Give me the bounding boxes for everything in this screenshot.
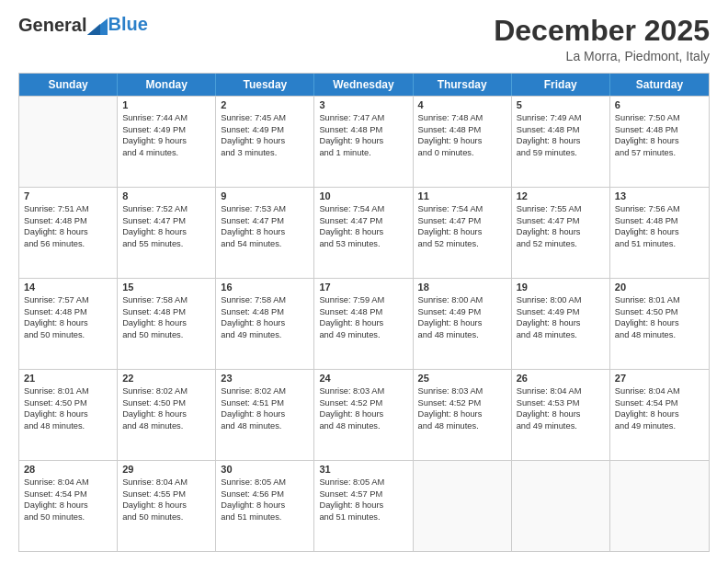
sunset-line: Sunset: 4:48 PM — [517, 124, 605, 136]
daylight2-line: and 48 minutes. — [221, 420, 309, 432]
daylight-line: Daylight: 8 hours — [24, 317, 112, 329]
day-number: 19 — [517, 282, 605, 293]
sunset-line: Sunset: 4:57 PM — [319, 488, 407, 500]
daylight2-line: and 48 minutes. — [517, 329, 605, 341]
sunset-line: Sunset: 4:56 PM — [221, 488, 309, 500]
day-number: 6 — [615, 99, 704, 110]
sunset-line: Sunset: 4:49 PM — [517, 306, 605, 318]
sunset-line: Sunset: 4:49 PM — [418, 306, 506, 318]
daylight2-line: and 51 minutes. — [615, 238, 704, 250]
sunset-line: Sunset: 4:48 PM — [221, 306, 309, 318]
sunrise-line: Sunrise: 8:04 AM — [517, 385, 605, 397]
daylight2-line: and 48 minutes. — [418, 329, 506, 341]
header-day-saturday: Saturday — [610, 74, 709, 96]
daylight-line: Daylight: 8 hours — [319, 500, 407, 511]
day-number: 23 — [221, 373, 309, 384]
calendar-cell-1-2: 9Sunrise: 7:53 AMSunset: 4:47 PMDaylight… — [216, 188, 314, 278]
day-number: 14 — [24, 282, 112, 293]
calendar-cell-2-1: 15Sunrise: 7:58 AMSunset: 4:48 PMDayligh… — [118, 279, 216, 369]
day-number: 26 — [517, 373, 605, 384]
sunrise-line: Sunrise: 7:47 AM — [319, 112, 407, 124]
daylight2-line: and 48 minutes. — [122, 420, 210, 432]
day-number: 27 — [615, 373, 704, 384]
calendar-title: December 2025 — [494, 15, 710, 47]
sunset-line: Sunset: 4:47 PM — [122, 215, 210, 227]
daylight2-line: and 50 minutes. — [122, 511, 210, 523]
sunrise-line: Sunrise: 7:50 AM — [615, 112, 704, 124]
calendar-row-2: 14Sunrise: 7:57 AMSunset: 4:48 PMDayligh… — [19, 278, 709, 369]
sunset-line: Sunset: 4:52 PM — [418, 397, 506, 409]
title-block: December 2025 La Morra, Piedmont, Italy — [494, 15, 710, 63]
sunset-line: Sunset: 4:49 PM — [122, 124, 210, 136]
daylight-line: Daylight: 8 hours — [418, 317, 506, 329]
daylight2-line: and 3 minutes. — [221, 147, 309, 159]
calendar-cell-4-6 — [610, 461, 709, 551]
calendar-cell-2-5: 19Sunrise: 8:00 AMSunset: 4:49 PMDayligh… — [512, 279, 610, 369]
day-number: 1 — [122, 99, 210, 110]
calendar-cell-3-4: 25Sunrise: 8:03 AMSunset: 4:52 PMDayligh… — [414, 370, 512, 460]
daylight-line: Daylight: 9 hours — [221, 135, 309, 147]
page: General Blue December 2025 La Morra, Pie… — [0, 0, 728, 563]
daylight2-line: and 53 minutes. — [319, 238, 407, 250]
sunset-line: Sunset: 4:47 PM — [418, 215, 506, 227]
day-number: 13 — [615, 190, 704, 201]
day-number: 31 — [319, 464, 407, 475]
calendar-cell-3-6: 27Sunrise: 8:04 AMSunset: 4:54 PMDayligh… — [610, 370, 709, 460]
sunrise-line: Sunrise: 8:02 AM — [221, 385, 309, 397]
daylight2-line: and 48 minutes. — [319, 420, 407, 432]
calendar-cell-4-2: 30Sunrise: 8:05 AMSunset: 4:56 PMDayligh… — [216, 461, 314, 551]
calendar-cell-0-6: 6Sunrise: 7:50 AMSunset: 4:48 PMDaylight… — [610, 97, 709, 187]
day-number: 9 — [221, 190, 309, 201]
day-number: 3 — [319, 99, 407, 110]
daylight2-line: and 56 minutes. — [24, 238, 112, 250]
daylight-line: Daylight: 8 hours — [24, 226, 112, 238]
sunrise-line: Sunrise: 8:00 AM — [418, 294, 506, 306]
daylight-line: Daylight: 8 hours — [24, 500, 112, 511]
day-number: 10 — [319, 190, 407, 201]
sunrise-line: Sunrise: 7:58 AM — [221, 294, 309, 306]
calendar-cell-4-0: 28Sunrise: 8:04 AMSunset: 4:54 PMDayligh… — [19, 461, 118, 551]
daylight-line: Daylight: 8 hours — [319, 408, 407, 420]
sunrise-line: Sunrise: 7:45 AM — [221, 112, 309, 124]
day-number: 8 — [122, 190, 210, 201]
daylight2-line: and 50 minutes. — [122, 329, 210, 341]
daylight-line: Daylight: 8 hours — [122, 317, 210, 329]
daylight-line: Daylight: 8 hours — [319, 226, 407, 238]
header-day-wednesday: Wednesday — [314, 74, 413, 96]
calendar-cell-2-0: 14Sunrise: 7:57 AMSunset: 4:48 PMDayligh… — [19, 279, 118, 369]
header-day-tuesday: Tuesday — [216, 74, 314, 96]
daylight-line: Daylight: 8 hours — [221, 317, 309, 329]
daylight-line: Daylight: 8 hours — [615, 317, 704, 329]
sunrise-line: Sunrise: 7:54 AM — [319, 203, 407, 215]
daylight-line: Daylight: 8 hours — [122, 226, 210, 238]
daylight2-line: and 52 minutes. — [418, 238, 506, 250]
sunset-line: Sunset: 4:49 PM — [221, 124, 309, 136]
calendar-cell-3-2: 23Sunrise: 8:02 AMSunset: 4:51 PMDayligh… — [216, 370, 314, 460]
calendar-cell-0-1: 1Sunrise: 7:44 AMSunset: 4:49 PMDaylight… — [118, 97, 216, 187]
calendar-cell-3-0: 21Sunrise: 8:01 AMSunset: 4:50 PMDayligh… — [19, 370, 118, 460]
sunrise-line: Sunrise: 7:54 AM — [418, 203, 506, 215]
daylight-line: Daylight: 8 hours — [418, 408, 506, 420]
daylight2-line: and 4 minutes. — [122, 147, 210, 159]
calendar-cell-1-0: 7Sunrise: 7:51 AMSunset: 4:48 PMDaylight… — [19, 188, 118, 278]
daylight-line: Daylight: 9 hours — [122, 135, 210, 147]
day-number: 11 — [418, 190, 506, 201]
sunset-line: Sunset: 4:54 PM — [615, 397, 704, 409]
calendar-cell-1-6: 13Sunrise: 7:56 AMSunset: 4:48 PMDayligh… — [610, 188, 709, 278]
daylight-line: Daylight: 8 hours — [122, 408, 210, 420]
calendar-row-4: 28Sunrise: 8:04 AMSunset: 4:54 PMDayligh… — [19, 460, 709, 551]
calendar-header-row: SundayMondayTuesdayWednesdayThursdayFrid… — [19, 74, 709, 96]
sunset-line: Sunset: 4:48 PM — [319, 124, 407, 136]
calendar-cell-4-5 — [512, 461, 610, 551]
daylight-line: Daylight: 9 hours — [418, 135, 506, 147]
sunset-line: Sunset: 4:48 PM — [24, 215, 112, 227]
calendar-cell-0-2: 2Sunrise: 7:45 AMSunset: 4:49 PMDaylight… — [216, 97, 314, 187]
calendar-cell-3-1: 22Sunrise: 8:02 AMSunset: 4:50 PMDayligh… — [118, 370, 216, 460]
calendar-cell-0-4: 4Sunrise: 7:48 AMSunset: 4:48 PMDaylight… — [414, 97, 512, 187]
daylight2-line: and 59 minutes. — [517, 147, 605, 159]
sunrise-line: Sunrise: 8:04 AM — [122, 477, 210, 488]
header-day-monday: Monday — [118, 74, 216, 96]
daylight2-line: and 48 minutes. — [418, 420, 506, 432]
sunrise-line: Sunrise: 7:56 AM — [615, 203, 704, 215]
daylight2-line: and 57 minutes. — [615, 147, 704, 159]
